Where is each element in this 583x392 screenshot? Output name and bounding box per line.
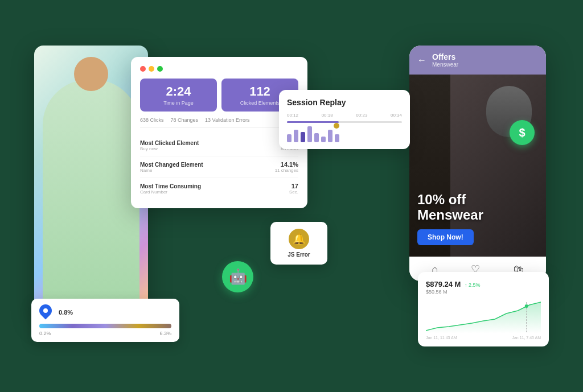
stat-boxes: 2:24 Time in Page 112 Clicked Elements — [140, 79, 298, 112]
mobile-app-card: ← Offers Menswear $ 10% off Menswear Sho… — [409, 46, 546, 281]
traffic-lights — [140, 66, 298, 72]
heatmap-min: 0.2% — [39, 331, 51, 336]
timeline-progress — [287, 121, 339, 123]
error-bell-icon: 🔔 — [289, 229, 309, 249]
errors-count: 13 Validation Errors — [205, 117, 249, 123]
chart-stat-revenue: $879.24 M ↑ 2.5% $50.56 M — [426, 279, 480, 295]
session-replay-card: Session Replay 00:12 00:18 00:23 00:34 — [279, 90, 410, 149]
metric-sub-clicked: Buy now — [140, 146, 199, 151]
heatmap-max: 6.3% — [159, 331, 171, 336]
timeline-track — [287, 121, 402, 123]
dollar-badge: $ — [510, 120, 535, 145]
bot-emoji: 🤖 — [229, 268, 247, 286]
timeline-bars — [287, 126, 402, 142]
time-label: Time in Page — [146, 100, 211, 106]
metric-row-changed: Most Changed Element Name 14.1% 11 chang… — [140, 156, 298, 178]
metric-row-clicked: Most Clicked Element Buy now 6.3% 80 cli… — [140, 135, 298, 156]
svg-point-1 — [525, 304, 528, 308]
chart-svg — [426, 299, 541, 333]
session-replay-title: Session Replay — [287, 98, 402, 107]
metric-value-time: 17 — [289, 183, 298, 189]
metric-row-time: Most Time Consuming Card Number 17 Sec. — [140, 178, 298, 199]
metric-value-sub-time: Sec. — [289, 189, 298, 195]
heatmap-range: 0.2% 6.3% — [39, 331, 171, 336]
timeline-bar — [328, 130, 332, 142]
heatmap-indicator: 0.8% — [39, 304, 171, 320]
js-error-label: JS Error — [280, 251, 318, 258]
pin-value: 0.8% — [59, 309, 73, 316]
metric-label-changed: Most Changed Element — [140, 162, 203, 168]
revenue-chart-card: $879.24 M ↑ 2.5% $50.56 M Jan 11, 11:43 … — [418, 272, 549, 346]
time-in-page-box: 2:24 Time in Page — [140, 79, 217, 112]
metric-sub-changed: Name — [140, 168, 203, 173]
clicks-count: 638 Clicks — [140, 117, 164, 123]
timeline-bar — [335, 134, 339, 142]
changes-count: 78 Changes — [171, 117, 199, 123]
revenue-value: $879.24 M — [426, 280, 461, 288]
chart-area — [426, 299, 541, 333]
time-value: 2:24 — [146, 84, 211, 99]
bot-mascot: 🤖 — [222, 261, 253, 292]
timeline-bar — [294, 130, 298, 142]
dollar-icon: $ — [519, 126, 525, 139]
mobile-header-subtitle: Menswear — [432, 61, 458, 68]
shop-now-button[interactable]: Shop Now! — [417, 229, 474, 245]
sub-stats: 638 Clicks 78 Changes 13 Validation Erro… — [140, 117, 298, 128]
heatmap-bar: 0.8% 0.2% 6.3% — [31, 299, 179, 342]
discount-text: 10% off Menswear — [417, 192, 483, 222]
mobile-header: ← Offers Menswear — [409, 46, 546, 75]
timeline-bar — [321, 137, 326, 142]
heatmap-gradient — [39, 324, 171, 328]
mobile-header-text: Offers Menswear — [432, 52, 458, 68]
timeline-bar — [301, 132, 305, 142]
mobile-header-title: Offers — [432, 52, 458, 61]
chart-label-right: Jan 11, 7:45 AM — [512, 336, 541, 340]
hero-text: 10% off Menswear — [417, 192, 483, 222]
back-button[interactable]: ← — [417, 55, 426, 65]
timeline-dot — [334, 123, 339, 129]
timeline-labels: 00:12 00:18 00:23 00:34 — [287, 113, 402, 118]
chart-label-left: Jan 11, 11:43 AM — [426, 336, 457, 340]
category-text: Menswear — [417, 207, 483, 222]
mobile-hero: $ 10% off Menswear Shop Now! — [409, 75, 546, 257]
metric-sub-time: Card Number — [140, 189, 201, 195]
metric-value-sub-changed: 11 changes — [275, 168, 298, 173]
js-error-notification: 🔔 JS Error — [270, 222, 327, 265]
chart-labels: Jan 11, 11:43 AM Jan 11, 7:45 AM — [426, 336, 541, 340]
session-timeline: 00:12 00:18 00:23 00:34 — [287, 113, 402, 141]
revenue-sub: $50.56 M — [426, 289, 480, 295]
metric-value-changed: 14.1% — [275, 161, 298, 168]
revenue-change: ↑ 2.5% — [465, 282, 481, 288]
timeline-bar — [307, 126, 312, 142]
timeline-bar — [314, 133, 319, 142]
chart-stats: $879.24 M ↑ 2.5% $50.56 M — [426, 279, 541, 295]
metric-label-clicked: Most Clicked Element — [140, 140, 199, 146]
metric-label-time: Most Time Consuming — [140, 183, 201, 189]
timeline-bar — [287, 134, 292, 142]
